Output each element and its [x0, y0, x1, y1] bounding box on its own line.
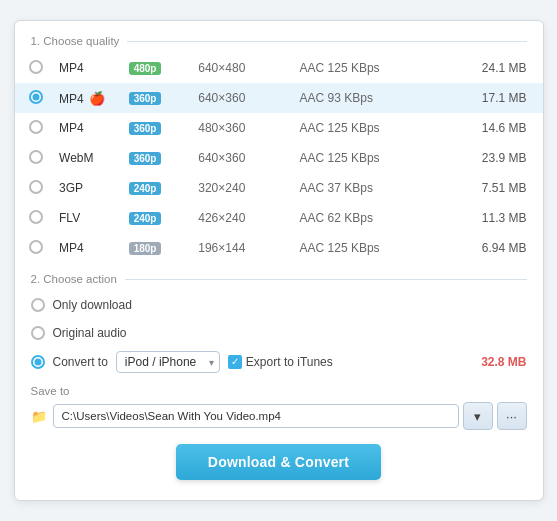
quality-badge: 240p: [129, 212, 162, 225]
convert-to-label: Convert to: [53, 355, 108, 369]
more-options-button[interactable]: ···: [497, 402, 527, 430]
download-btn-row: Download & Convert: [15, 430, 543, 484]
format-cell: MP4 🍎: [55, 83, 125, 113]
main-panel: 1. Choose quality MP4 480p 640×480 AAC 1…: [14, 20, 544, 501]
only-download-row: Only download: [31, 291, 527, 319]
size-cell: 6.94 MB: [460, 233, 542, 263]
action-section: 2. Choose action Only download Original …: [15, 263, 543, 377]
quality-radio-cell[interactable]: [15, 233, 56, 263]
audio-cell: AAC 125 KBps: [296, 233, 461, 263]
format-cell: MP4: [55, 233, 125, 263]
format-cell: MP4: [55, 113, 125, 143]
download-convert-button[interactable]: Download & Convert: [176, 444, 381, 480]
quality-radio-0[interactable]: [29, 60, 43, 74]
badge-cell: 180p: [125, 233, 195, 263]
format-cell: 3GP: [55, 173, 125, 203]
quality-radio-cell[interactable]: [15, 53, 56, 83]
quality-radio-cell[interactable]: [15, 173, 56, 203]
quality-scroll-area[interactable]: MP4 480p 640×480 AAC 125 KBps 24.1 MB MP…: [15, 53, 543, 263]
resolution-cell: 320×240: [194, 173, 295, 203]
dots-icon: ···: [506, 409, 517, 424]
export-itunes-checkbox-wrapper: Export to iTunes: [228, 355, 333, 369]
convert-to-row: Convert to iPod / iPhone MP4 AVI MKV MOV…: [31, 347, 527, 377]
quality-row[interactable]: 3GP 240p 320×240 AAC 37 KBps 7.51 MB: [15, 173, 543, 203]
format-cell: WebM: [55, 143, 125, 173]
export-itunes-label: Export to iTunes: [246, 355, 333, 369]
resolution-cell: 480×360: [194, 113, 295, 143]
resolution-cell: 640×360: [194, 143, 295, 173]
badge-cell: 480p: [125, 53, 195, 83]
convert-dropdown[interactable]: iPod / iPhone MP4 AVI MKV MOV: [116, 351, 220, 373]
section2-label: 2. Choose action: [31, 273, 117, 285]
size-cell: 14.6 MB: [460, 113, 542, 143]
section1-label: 1. Choose quality: [31, 35, 120, 47]
dropdown-arrow-button[interactable]: ▾: [463, 402, 493, 430]
quality-badge: 240p: [129, 182, 162, 195]
size-cell: 24.1 MB: [460, 53, 542, 83]
arrow-icon: ▾: [474, 409, 481, 424]
folder-icon: 📁: [31, 409, 47, 424]
format-cell: MP4: [55, 53, 125, 83]
resolution-cell: 640×360: [194, 83, 295, 113]
original-audio-label: Original audio: [53, 326, 127, 340]
convert-size: 32.8 MB: [481, 355, 526, 369]
quality-table: MP4 480p 640×480 AAC 125 KBps 24.1 MB MP…: [15, 53, 543, 263]
quality-radio-5[interactable]: [29, 210, 43, 224]
quality-row[interactable]: MP4 180p 196×144 AAC 125 KBps 6.94 MB: [15, 233, 543, 263]
quality-radio-3[interactable]: [29, 150, 43, 164]
convert-to-radio[interactable]: [31, 355, 45, 369]
audio-cell: AAC 93 KBps: [296, 83, 461, 113]
convert-dropdown-wrapper: iPod / iPhone MP4 AVI MKV MOV: [116, 351, 220, 373]
size-cell: 11.3 MB: [460, 203, 542, 233]
quality-badge: 180p: [129, 242, 162, 255]
quality-row[interactable]: FLV 240p 426×240 AAC 62 KBps 11.3 MB: [15, 203, 543, 233]
only-download-label: Only download: [53, 298, 132, 312]
resolution-cell: 426×240: [194, 203, 295, 233]
audio-cell: AAC 37 KBps: [296, 173, 461, 203]
section1-title: 1. Choose quality: [15, 35, 543, 53]
audio-cell: AAC 62 KBps: [296, 203, 461, 233]
original-audio-row: Original audio: [31, 319, 527, 347]
apple-icon: 🍎: [89, 91, 105, 106]
save-path-input[interactable]: [53, 404, 459, 428]
download-btn-label: Download & Convert: [208, 454, 349, 470]
format-cell: FLV: [55, 203, 125, 233]
badge-cell: 240p: [125, 203, 195, 233]
quality-radio-cell[interactable]: [15, 113, 56, 143]
save-to-label: Save to: [31, 385, 527, 397]
quality-row[interactable]: MP4 360p 480×360 AAC 125 KBps 14.6 MB: [15, 113, 543, 143]
resolution-cell: 640×480: [194, 53, 295, 83]
badge-cell: 360p: [125, 83, 195, 113]
size-cell: 7.51 MB: [460, 173, 542, 203]
quality-badge: 480p: [129, 62, 162, 75]
badge-cell: 360p: [125, 143, 195, 173]
quality-radio-cell[interactable]: [15, 203, 56, 233]
quality-badge: 360p: [129, 152, 162, 165]
quality-radio-1[interactable]: [29, 90, 43, 104]
save-path-row: 📁 ▾ ···: [31, 402, 527, 430]
quality-badge: 360p: [129, 92, 162, 105]
quality-badge: 360p: [129, 122, 162, 135]
quality-row[interactable]: MP4 🍎 360p 640×360 AAC 93 KBps 17.1 MB: [15, 83, 543, 113]
only-download-radio[interactable]: [31, 298, 45, 312]
quality-row[interactable]: WebM 360p 640×360 AAC 125 KBps 23.9 MB: [15, 143, 543, 173]
badge-cell: 240p: [125, 173, 195, 203]
quality-radio-6[interactable]: [29, 240, 43, 254]
section2-title: 2. Choose action: [31, 273, 527, 291]
save-section: Save to 📁 ▾ ···: [15, 377, 543, 430]
audio-cell: AAC 125 KBps: [296, 53, 461, 83]
audio-cell: AAC 125 KBps: [296, 143, 461, 173]
quality-radio-cell[interactable]: [15, 83, 56, 113]
original-audio-radio[interactable]: [31, 326, 45, 340]
quality-radio-2[interactable]: [29, 120, 43, 134]
quality-radio-4[interactable]: [29, 180, 43, 194]
badge-cell: 360p: [125, 113, 195, 143]
audio-cell: AAC 125 KBps: [296, 113, 461, 143]
size-cell: 17.1 MB: [460, 83, 542, 113]
resolution-cell: 196×144: [194, 233, 295, 263]
export-itunes-checkbox[interactable]: [228, 355, 242, 369]
quality-radio-cell[interactable]: [15, 143, 56, 173]
size-cell: 23.9 MB: [460, 143, 542, 173]
quality-row[interactable]: MP4 480p 640×480 AAC 125 KBps 24.1 MB: [15, 53, 543, 83]
